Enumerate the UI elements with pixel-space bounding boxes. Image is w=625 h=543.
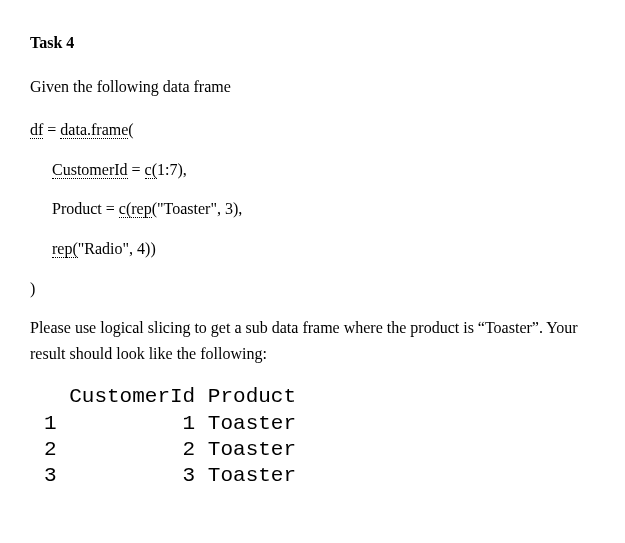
output-row-3: 3 3 Toaster (44, 464, 296, 487)
instruction-text: Please use logical slicing to get a sub … (30, 315, 595, 366)
task-title: Task 4 (30, 30, 595, 56)
code-line-3: Product = c(rep("Toaster", 3), (30, 196, 595, 222)
code-token-eq2: = (128, 161, 145, 178)
code-token-customerid: CustomerId (52, 161, 128, 179)
code-line-4: rep("Radio", 4)) (30, 236, 595, 262)
code-token-eq: = (43, 121, 60, 138)
output-row-2: 2 2 Toaster (44, 438, 296, 461)
output-table: CustomerId Product 1 1 Toaster 2 2 Toast… (44, 384, 595, 489)
intro-text: Given the following data frame (30, 74, 595, 100)
code-token-c: c( (145, 161, 157, 179)
code-token-radio: "Radio", 4)) (78, 240, 156, 257)
code-token-rep: rep( (52, 240, 78, 258)
output-row-1: 1 1 Toaster (44, 412, 296, 435)
code-token-crep: c(rep (119, 200, 152, 218)
code-token-dataframe: data.frame (60, 121, 128, 139)
output-header: CustomerId Product (44, 385, 296, 408)
code-token-df: df (30, 121, 43, 139)
code-line-1: df = data.frame( (30, 117, 595, 143)
code-token-toaster: ("Toaster", 3), (152, 200, 243, 217)
code-line-2: CustomerId = c(1:7), (30, 157, 595, 183)
code-token-open: ( (128, 121, 133, 138)
code-line-5: ) (30, 276, 595, 302)
code-token-range: 1:7), (157, 161, 187, 178)
code-token-product: Product = (52, 200, 119, 217)
